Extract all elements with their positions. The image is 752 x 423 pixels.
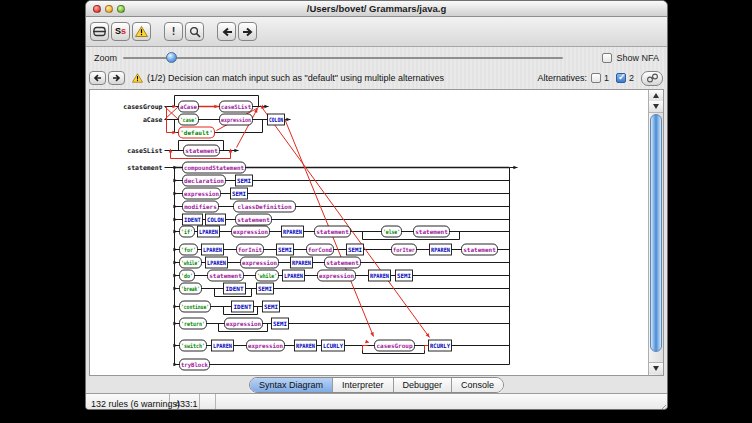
diagram-arrowhead xyxy=(234,149,238,153)
status-bar: 132 rules (6 warnings)433:1 xyxy=(86,393,667,410)
diagram-arrowhead xyxy=(286,118,290,122)
tab-debugger[interactable]: Debugger xyxy=(394,378,453,392)
diagram-arrowhead xyxy=(173,192,177,196)
scroll-down-button[interactable] xyxy=(649,101,663,113)
diagram-node-label: expression xyxy=(248,342,283,350)
scrollbar-thumb[interactable] xyxy=(650,114,662,352)
diagram-node-label: COLON xyxy=(207,216,224,223)
diagram-node-label: 'else' xyxy=(383,228,400,235)
diagram-node-label: 'switch' xyxy=(181,342,205,349)
diagram-node-label: 'case' xyxy=(180,116,197,123)
goto-rule-link-button[interactable] xyxy=(641,71,663,86)
diagram-rule-label[interactable]: statement xyxy=(127,164,162,172)
diagram-node-label: expression xyxy=(184,190,219,198)
diagram-node-label: modifiers xyxy=(184,203,217,210)
diagram-arrowhead xyxy=(173,248,177,252)
diagram-rule-label[interactable]: aCase xyxy=(143,116,163,124)
diagram-node-label: classDefinition xyxy=(237,203,292,210)
scroll-down-button-bottom[interactable] xyxy=(649,362,663,374)
editor-toggle-button[interactable] xyxy=(90,22,109,41)
toolbar: Ss ! xyxy=(86,17,667,47)
diagram-node-label: LPAREN xyxy=(199,228,218,235)
sort-rules-button[interactable]: Ss xyxy=(111,22,130,41)
zoom-slider[interactable] xyxy=(123,52,563,64)
window-controls xyxy=(93,5,125,13)
diagram-node-label: 'for' xyxy=(181,246,196,253)
diagram-arrowhead xyxy=(173,218,177,222)
diagram-arrowhead xyxy=(214,105,218,109)
minimize-button[interactable] xyxy=(105,5,113,13)
diagram-arrowhead xyxy=(173,363,177,367)
go-back-button[interactable] xyxy=(217,22,236,41)
diagram-node-label: LPAREN xyxy=(207,259,226,266)
previous-warning-button[interactable] xyxy=(89,71,106,85)
diagram-arrowhead xyxy=(173,274,177,278)
warnings-button[interactable] xyxy=(132,22,151,41)
down-arrow-icon xyxy=(653,104,659,109)
diagram-arrowhead xyxy=(365,340,369,344)
diagram-node-label: tryBlock xyxy=(181,361,208,369)
go-forward-button[interactable] xyxy=(238,22,257,41)
show-nfa-label: Show NFA xyxy=(616,53,659,63)
warning-icon xyxy=(132,73,143,83)
diagram-node-label: statement xyxy=(415,228,448,235)
diagram-node-label: aCase xyxy=(180,103,197,110)
warning-row: (1/2) Decision can match input such as "… xyxy=(86,68,667,89)
diagram-arrowhead xyxy=(173,344,177,348)
alternative-2-label: 2 xyxy=(629,73,634,83)
diagram-node-label: casesGroup xyxy=(376,342,413,350)
diagram-node-label: RCURLY xyxy=(430,342,450,349)
tab-syntax-diagram[interactable]: Syntax Diagram xyxy=(250,378,333,392)
diagram-node-label: SEMI xyxy=(232,190,246,197)
close-button[interactable] xyxy=(93,5,101,13)
syntax-diagram-canvas[interactable]: aCasecaseSList'case'expressionCOLON'defa… xyxy=(89,89,664,376)
zoom-window-button[interactable] xyxy=(117,5,125,13)
toolbar-group-nav xyxy=(217,22,257,41)
diagram-node-label: expression xyxy=(233,228,268,236)
diagram-node-label: statement xyxy=(185,147,218,154)
diagram-rule-label[interactable]: caseSList xyxy=(127,147,162,155)
railroad-diagram[interactable]: aCasecaseSList'case'expressionCOLON'defa… xyxy=(90,90,652,376)
diagram-node-label: compoundStatement xyxy=(184,164,244,172)
toolbar-group-main: Ss xyxy=(90,22,151,41)
diagram-node-label: expression xyxy=(242,259,277,267)
zoom-slider-knob[interactable] xyxy=(166,52,177,63)
diagram-node-label: SEMI xyxy=(273,320,287,327)
diagram-arrowhead xyxy=(173,179,177,183)
diagram-node-label: LPAREN xyxy=(284,272,303,279)
next-warning-button[interactable] xyxy=(108,71,125,85)
zoom-label: Zoom xyxy=(94,53,117,63)
zoom-row: Zoom Show NFA xyxy=(86,47,667,68)
title-bar[interactable]: /Users/bovet/ Grammars/java.g xyxy=(86,1,667,17)
diagram-arrowhead xyxy=(173,305,177,309)
diagram-node-label: SEMI xyxy=(348,246,362,253)
diagram-node-label: 'while' xyxy=(257,272,277,279)
resize-grip[interactable] xyxy=(656,403,666,410)
diagram-node-label: SEMI xyxy=(237,177,251,184)
diagram-node-label: RPAREN xyxy=(370,272,389,279)
alternative-2-checkbox[interactable] xyxy=(616,73,626,83)
check-grammar-button[interactable]: ! xyxy=(164,22,183,41)
diagram-node-label: IDENT xyxy=(184,216,201,223)
tab-console[interactable]: Console xyxy=(452,378,503,392)
tab-interpreter[interactable]: Interpreter xyxy=(333,378,394,392)
diagram-node-label: SEMI xyxy=(264,303,278,310)
toolbar-group-check: ! xyxy=(164,22,204,41)
diagram-node-label: 'default' xyxy=(180,129,213,136)
diagram-node-label: RPAREN xyxy=(283,228,302,235)
back-arrow-icon xyxy=(93,74,102,82)
diagram-node-label: forInit xyxy=(238,246,262,253)
find-button[interactable] xyxy=(185,22,204,41)
alternative-1-checkbox[interactable] xyxy=(591,73,601,83)
alternative-1-label: 1 xyxy=(604,73,609,83)
diagram-node-label: statement xyxy=(237,216,270,223)
diagram-node-label: 'return' xyxy=(181,320,205,327)
vertical-scrollbar[interactable] xyxy=(648,90,663,375)
diagram-arrowhead xyxy=(173,287,177,291)
diagram-node-label: expression xyxy=(226,320,261,328)
diagram-node-label: 'break' xyxy=(181,285,200,292)
diagram-node-label: forIter xyxy=(393,246,415,253)
show-nfa-checkbox[interactable] xyxy=(602,53,612,63)
diagram-arrowhead xyxy=(513,166,517,170)
diagram-rule-label[interactable]: casesGroup xyxy=(123,103,162,111)
